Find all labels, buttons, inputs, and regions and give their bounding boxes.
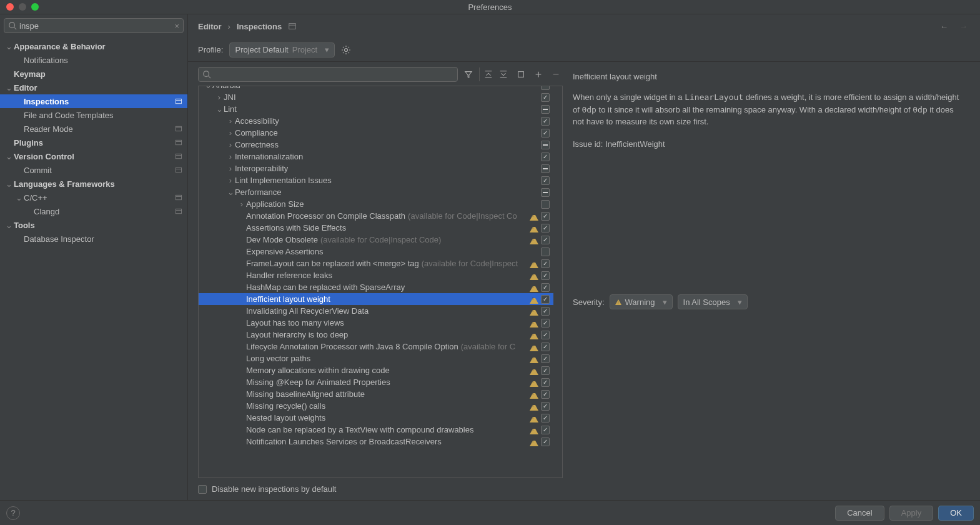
- inspections-tree[interactable]: ⌄Android›JNI⌄Lint›Accessibility›Complian…: [199, 86, 553, 478]
- inspection-checkbox[interactable]: [541, 426, 550, 434]
- sidebar-search-input[interactable]: [19, 21, 174, 31]
- tree-row[interactable]: FrameLayout can be replaced with <merge>…: [199, 258, 553, 269]
- tree-row[interactable]: Dev Mode Obsolete(available for Code|Ins…: [199, 234, 553, 246]
- sidebar-item[interactable]: Plugins: [0, 136, 187, 149]
- tree-row[interactable]: ⌄Android: [199, 86, 553, 91]
- ok-button[interactable]: OK: [938, 506, 974, 521]
- sidebar-item[interactable]: ⌄C/C++: [0, 191, 187, 204]
- inspection-checkbox[interactable]: [541, 319, 550, 328]
- tree-row[interactable]: ›Accessibility: [199, 115, 553, 127]
- disable-new-inspections-checkbox[interactable]: Disable new inspections by default: [198, 484, 970, 494]
- tree-row[interactable]: Long vector paths: [199, 352, 553, 364]
- inspection-checkbox[interactable]: [541, 271, 550, 280]
- tree-row[interactable]: Inefficient layout weight: [199, 293, 553, 305]
- tree-row[interactable]: Layout has too many views: [199, 317, 553, 329]
- inspection-checkbox[interactable]: [541, 283, 550, 292]
- tree-row[interactable]: Nested layout weights: [199, 412, 553, 424]
- tree-row[interactable]: Node can be replaced by a TextView with …: [199, 424, 553, 436]
- nav-back-icon[interactable]: ←: [938, 19, 951, 34]
- tree-row[interactable]: ›Compliance: [199, 127, 553, 139]
- inspection-checkbox[interactable]: [541, 176, 550, 185]
- inspection-checkbox[interactable]: [541, 354, 550, 363]
- remove-icon[interactable]: [549, 68, 563, 81]
- tree-row[interactable]: Lifecycle Annotation Processor with Java…: [199, 341, 553, 352]
- inspection-checkbox[interactable]: [541, 402, 550, 411]
- sidebar-item[interactable]: ⌄Tools: [0, 218, 187, 232]
- inspection-checkbox[interactable]: [541, 248, 550, 256]
- inspection-checkbox[interactable]: [541, 342, 550, 351]
- collapse-all-icon[interactable]: [497, 68, 510, 81]
- inspection-checkbox[interactable]: [541, 212, 550, 221]
- inspection-checkbox[interactable]: [541, 188, 550, 197]
- tree-row[interactable]: ›Correctness: [199, 139, 553, 151]
- tree-row[interactable]: Memory allocations within drawing code: [199, 364, 553, 376]
- sidebar-item[interactable]: ⌄Editor: [0, 81, 187, 94]
- inspection-checkbox[interactable]: [541, 378, 550, 387]
- inspection-checkbox[interactable]: [541, 414, 550, 422]
- reset-icon[interactable]: [514, 68, 528, 81]
- minimize-window-icon[interactable]: [19, 3, 26, 11]
- tree-row[interactable]: Missing recycle() calls: [199, 400, 553, 412]
- inspection-checkbox[interactable]: [541, 390, 550, 399]
- tree-row[interactable]: ⌄Lint: [199, 103, 553, 115]
- inspection-checkbox[interactable]: [541, 236, 550, 244]
- tree-row[interactable]: Layout hierarchy is too deep: [199, 329, 553, 341]
- tree-row[interactable]: Missing baselineAligned attribute: [199, 388, 553, 400]
- clear-search-icon[interactable]: ×: [174, 21, 179, 31]
- tree-row[interactable]: ›Lint Implementation Issues: [199, 174, 553, 186]
- gear-icon[interactable]: [341, 45, 351, 55]
- tree-row[interactable]: Expensive Assertions: [199, 246, 553, 258]
- inspection-checkbox[interactable]: [541, 224, 550, 232]
- sidebar-item[interactable]: ⌄Version Control: [0, 149, 187, 163]
- sidebar-item[interactable]: Reader Mode: [0, 122, 187, 136]
- sidebar-item[interactable]: Commit: [0, 163, 187, 177]
- add-icon[interactable]: [532, 68, 545, 81]
- sidebar-item[interactable]: Clangd: [0, 204, 187, 218]
- tree-row[interactable]: ›Interoperability: [199, 162, 553, 174]
- nav-forward-icon[interactable]: →: [957, 19, 970, 34]
- tree-row[interactable]: ⌄Performance: [199, 186, 553, 198]
- sidebar-item[interactable]: Notifications: [0, 53, 187, 67]
- expand-all-icon[interactable]: [479, 68, 493, 81]
- cancel-button[interactable]: Cancel: [835, 506, 884, 521]
- tree-row[interactable]: Missing @Keep for Animated Properties: [199, 376, 553, 388]
- apply-button[interactable]: Apply: [889, 506, 934, 521]
- inspection-checkbox[interactable]: [541, 105, 550, 114]
- tree-row[interactable]: ›Application Size: [199, 198, 553, 210]
- inspection-checkbox[interactable]: [541, 295, 550, 304]
- inspection-checkbox[interactable]: [541, 86, 550, 90]
- sidebar-item[interactable]: Database Inspector: [0, 232, 187, 246]
- inspection-checkbox[interactable]: [541, 164, 550, 173]
- tree-row[interactable]: Notification Launches Services or Broadc…: [199, 436, 553, 448]
- tree-row[interactable]: ›JNI: [199, 91, 553, 103]
- tree-row[interactable]: ›Internationalization: [199, 151, 553, 162]
- inspection-checkbox[interactable]: [541, 307, 550, 316]
- inspections-search[interactable]: [198, 67, 458, 82]
- sidebar-search[interactable]: ×: [4, 18, 184, 33]
- zoom-window-icon[interactable]: [31, 3, 39, 11]
- scope-dropdown[interactable]: In All Scopes ▾: [678, 294, 748, 309]
- sidebar-item[interactable]: Inspections: [0, 94, 187, 108]
- inspection-checkbox[interactable]: [541, 366, 550, 375]
- inspection-checkbox[interactable]: [541, 93, 550, 102]
- inspection-checkbox[interactable]: [541, 259, 550, 268]
- sidebar-item[interactable]: ⌄Appearance & Behavior: [0, 39, 187, 53]
- inspection-checkbox[interactable]: [541, 152, 550, 161]
- inspection-checkbox[interactable]: [541, 438, 550, 446]
- inspections-search-input[interactable]: [214, 70, 453, 79]
- inspection-checkbox[interactable]: [541, 200, 550, 209]
- sidebar-item[interactable]: File and Code Templates: [0, 108, 187, 122]
- tree-row[interactable]: Handler reference leaks: [199, 269, 553, 281]
- inspection-checkbox[interactable]: [541, 331, 550, 339]
- filter-icon[interactable]: [462, 68, 475, 81]
- tree-row[interactable]: Invalidating All RecyclerView Data: [199, 305, 553, 317]
- inspection-checkbox[interactable]: [541, 129, 550, 138]
- severity-dropdown[interactable]: Warning ▾: [610, 294, 673, 309]
- tree-row[interactable]: Assertions with Side Effects: [199, 222, 553, 234]
- inspection-checkbox[interactable]: [541, 141, 550, 149]
- tree-row[interactable]: HashMap can be replaced with SparseArray: [199, 281, 553, 293]
- profile-dropdown[interactable]: Project Default Project ▾: [229, 42, 335, 58]
- sidebar-item[interactable]: ⌄Languages & Frameworks: [0, 177, 187, 191]
- breadcrumb-parent[interactable]: Editor: [198, 22, 222, 31]
- sidebar-item[interactable]: Keymap: [0, 67, 187, 81]
